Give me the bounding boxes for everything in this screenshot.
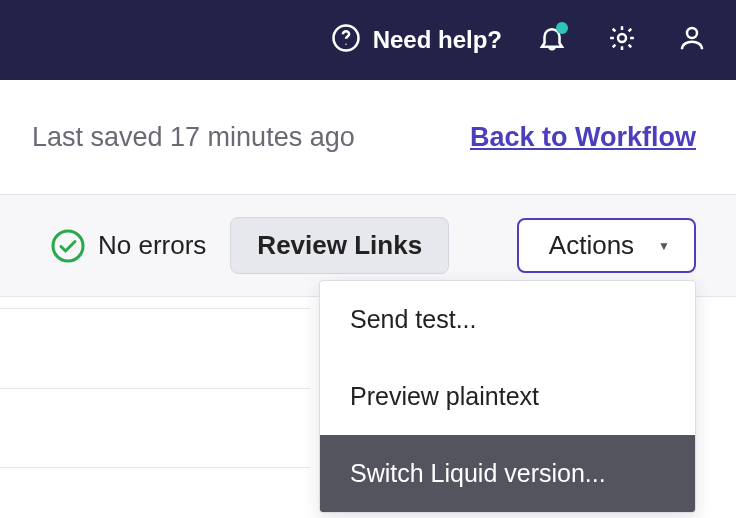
error-status-text: No errors <box>98 230 206 261</box>
last-saved-text: Last saved 17 minutes ago <box>32 122 355 153</box>
list-row <box>0 308 310 388</box>
person-icon <box>677 23 707 57</box>
question-circle-icon <box>331 23 361 57</box>
editor-toolbar: No errors Review Links Actions ▼ Send te… <box>0 194 736 297</box>
menu-item-switch-liquid-version[interactable]: Switch Liquid version... <box>320 435 695 512</box>
need-help-button[interactable]: Need help? <box>331 23 502 57</box>
review-links-button[interactable]: Review Links <box>230 217 449 274</box>
account-button[interactable] <box>672 20 712 60</box>
error-status: No errors <box>50 228 206 264</box>
actions-dropdown-menu: Send test... Preview plaintext Switch Li… <box>319 280 696 513</box>
check-circle-icon <box>50 228 86 264</box>
top-nav-bar: Need help? <box>0 0 736 80</box>
menu-item-preview-plaintext[interactable]: Preview plaintext <box>320 358 695 435</box>
svg-point-3 <box>687 28 697 38</box>
menu-item-send-test[interactable]: Send test... <box>320 281 695 358</box>
notifications-button[interactable] <box>532 20 572 60</box>
back-to-workflow-link[interactable]: Back to Workflow <box>470 122 696 153</box>
svg-point-2 <box>618 34 626 42</box>
actions-dropdown-button[interactable]: Actions ▼ <box>517 218 696 273</box>
gear-icon <box>607 23 637 57</box>
need-help-label: Need help? <box>373 26 502 54</box>
svg-point-4 <box>53 231 83 261</box>
list-row <box>0 388 310 468</box>
notification-dot-icon <box>556 22 568 34</box>
caret-down-icon: ▼ <box>658 239 670 253</box>
actions-label: Actions <box>549 230 634 261</box>
content-list-placeholder <box>0 308 310 468</box>
svg-point-1 <box>345 44 347 46</box>
settings-button[interactable] <box>602 20 642 60</box>
sub-header: Last saved 17 minutes ago Back to Workfl… <box>0 80 736 194</box>
